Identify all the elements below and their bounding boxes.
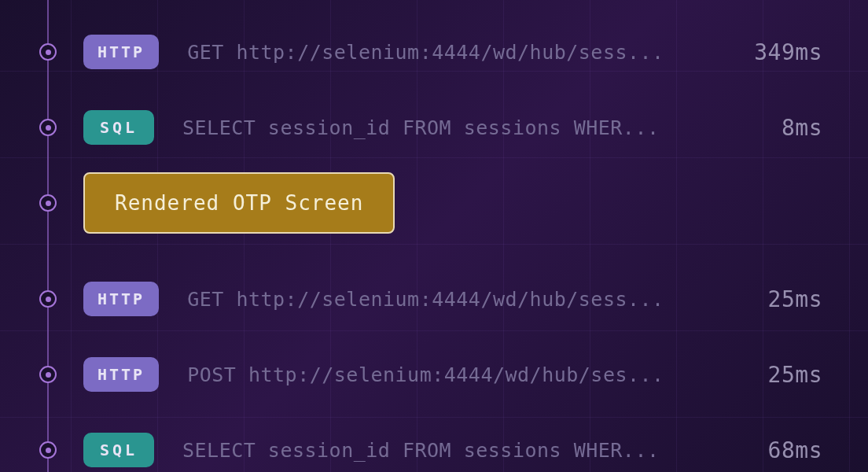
timeline-dot-icon (39, 290, 57, 308)
http-badge: HTTP (83, 282, 159, 316)
timeline-event-row[interactable]: Rendered OTP Screen (39, 186, 829, 220)
log-timing: 8ms (782, 115, 829, 141)
log-timing: 68ms (768, 437, 829, 463)
log-description: SELECT session_id FROM sessions WHER... (182, 116, 782, 139)
event-badge: Rendered OTP Screen (83, 172, 395, 234)
timeline-row[interactable]: HTTP GET http://selenium:4444/wd/hub/ses… (39, 282, 829, 316)
timeline-dot-icon (39, 194, 57, 212)
log-description: SELECT session_id FROM sessions WHER... (182, 439, 768, 462)
http-badge: HTTP (83, 35, 159, 69)
timeline-row[interactable]: HTTP POST http://selenium:4444/wd/hub/se… (39, 357, 829, 392)
timeline-row[interactable]: HTTP GET http://selenium:4444/wd/hub/ses… (39, 35, 829, 69)
timeline-row[interactable]: SQL SELECT session_id FROM sessions WHER… (39, 110, 829, 145)
timeline-dot-icon (39, 43, 57, 61)
http-badge: HTTP (83, 357, 159, 392)
timeline-dot-icon (39, 119, 57, 136)
log-description: GET http://selenium:4444/wd/hub/sess... (187, 288, 767, 311)
timeline-container: HTTP GET http://selenium:4444/wd/hub/ses… (0, 0, 868, 472)
log-timing: 25ms (768, 286, 829, 312)
timeline-vertical-line (47, 0, 49, 472)
sql-badge: SQL (83, 433, 154, 467)
log-description: GET http://selenium:4444/wd/hub/sess... (187, 41, 754, 64)
sql-badge: SQL (83, 110, 154, 145)
log-timing: 25ms (768, 362, 829, 388)
log-timing: 349ms (754, 39, 829, 65)
timeline-dot-icon (39, 441, 57, 459)
timeline-row[interactable]: SQL SELECT session_id FROM sessions WHER… (39, 433, 829, 467)
timeline-dot-icon (39, 366, 57, 383)
log-description: POST http://selenium:4444/wd/hub/ses... (187, 363, 767, 386)
